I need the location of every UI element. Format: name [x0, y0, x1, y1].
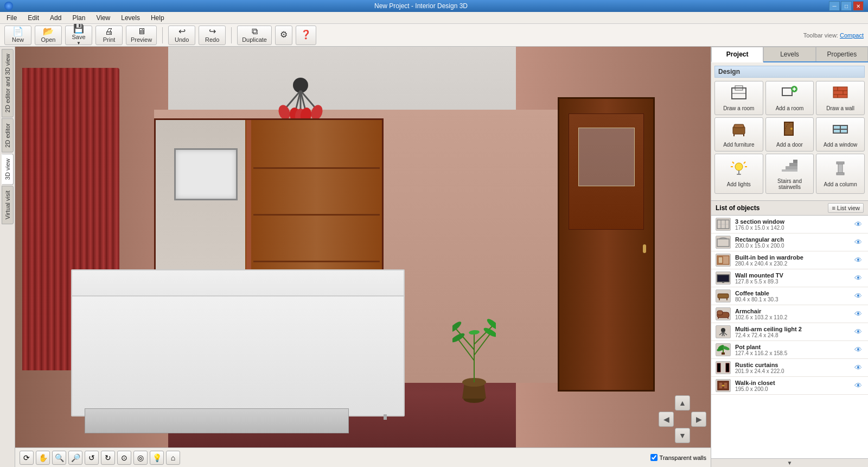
- object-item-obj7[interactable]: Multi-arm ceiling light 2 72.4 x 72.4 x …: [711, 323, 868, 341]
- toolbar-save-button[interactable]: 💾Save▼: [65, 26, 92, 45]
- object-visibility-obj8[interactable]: 👁: [853, 344, 864, 355]
- toolbar-undo-button[interactable]: ↩Undo: [168, 26, 195, 45]
- close-button[interactable]: ✕: [853, 1, 864, 11]
- minimize-button[interactable]: ─: [829, 1, 840, 11]
- object-item-obj5[interactable]: Coffee table 80.4 x 80.1 x 30.3 👁: [711, 287, 868, 305]
- view-tab-2d-3d[interactable]: 2D editor and 3D view: [2, 49, 14, 117]
- object-item-obj3[interactable]: Built-in bed in wardrobe 280.4 x 240.4 x…: [711, 251, 868, 269]
- viewport-360-button[interactable]: ⟳: [20, 451, 34, 465]
- viewport-rotate-right-button[interactable]: ↻: [101, 451, 115, 465]
- object-item-obj8[interactable]: Pot plant 127.4 x 116.2 x 158.5 👁: [711, 341, 868, 359]
- window-controls: ─ □ ✕: [829, 1, 864, 11]
- redo-label: Redo: [205, 36, 219, 43]
- viewport-zoom-in-button[interactable]: 🔎: [68, 451, 82, 465]
- design-add-door-button[interactable]: Add a door: [765, 117, 814, 152]
- nav-up-button[interactable]: ▲: [675, 395, 690, 411]
- object-icon-obj10: [716, 379, 731, 392]
- object-item-obj6[interactable]: Armchair 102.6 x 103.2 x 110.2 👁: [711, 305, 868, 323]
- object-item-obj9[interactable]: Rustic curtains 201.9 x 24.4 x 222.0 👁: [711, 359, 868, 377]
- nav-left-button[interactable]: ◀: [659, 412, 674, 427]
- object-visibility-obj10[interactable]: 👁: [853, 380, 864, 391]
- toolbar-duplicate-button[interactable]: ⧉Duplicate: [237, 26, 272, 45]
- design-add-lights-button[interactable]: Add lights: [714, 154, 763, 194]
- duplicate-icon: ⧉: [252, 27, 258, 36]
- toolbar-print-button[interactable]: 🖨Print: [95, 26, 123, 45]
- object-item-obj4[interactable]: Wall mounted TV 127.8 x 5.5 x 89.3 👁: [711, 269, 868, 287]
- menu-item-edit[interactable]: Edit: [23, 13, 43, 23]
- print-label: Print: [103, 36, 116, 43]
- design-draw-room-button[interactable]: Draw a room: [714, 81, 763, 115]
- toolbar-view-mode[interactable]: Compact: [840, 32, 864, 39]
- panel-tab-levels[interactable]: Levels: [763, 47, 815, 61]
- list-view-button[interactable]: ≡ List view: [828, 203, 864, 213]
- toolbar-open-button[interactable]: 📂Open: [35, 26, 62, 45]
- objects-scroll-area[interactable]: 3 section window 176.0 x 15.0 x 142.0 👁 …: [711, 216, 868, 458]
- view-tab-2d[interactable]: 2D editor: [2, 118, 14, 153]
- object-visibility-obj4[interactable]: 👁: [853, 273, 864, 283]
- nav-down-button[interactable]: ▼: [675, 428, 690, 443]
- svg-rect-56: [838, 163, 843, 174]
- object-visibility-obj1[interactable]: 👁: [853, 219, 864, 230]
- toolbar-preview-button[interactable]: 🖥Preview: [126, 26, 157, 45]
- viewport-pan-button[interactable]: ✋: [36, 451, 50, 465]
- toolbar-settings-button[interactable]: ⚙: [275, 26, 292, 45]
- toolbar-new-button[interactable]: 📄New: [4, 26, 31, 45]
- viewport-3d[interactable]: ▲ ◀ ▶ ▼ ⟳✋🔍🔎↺↻⊙◎💡⌂Transparent walls: [15, 47, 711, 467]
- save-icon: 💾: [73, 24, 84, 33]
- design-add-room-button[interactable]: Add a room: [765, 81, 814, 115]
- nav-right-button[interactable]: ▶: [691, 412, 706, 427]
- object-name-obj4: Wall mounted TV: [735, 272, 848, 279]
- object-name-obj2: Rectangular arch: [735, 236, 848, 243]
- nav-empty-tr: [691, 395, 706, 411]
- object-visibility-obj3[interactable]: 👁: [853, 255, 864, 266]
- object-item-obj1[interactable]: 3 section window 176.0 x 15.0 x 142.0 👁: [711, 216, 868, 234]
- menu-item-view[interactable]: View: [92, 13, 114, 23]
- menu-item-help[interactable]: Help: [146, 13, 169, 23]
- svg-rect-47: [737, 174, 741, 175]
- view-tabs-panel: 2D editor and 3D view2D editor3D viewVir…: [0, 47, 15, 467]
- object-item-obj10[interactable]: Walk-in closet 195.0 x 200.0 👁: [711, 377, 868, 395]
- toolbar-redo-button[interactable]: ↪Redo: [199, 26, 226, 45]
- view-tab-virtual[interactable]: Virtual visit: [2, 186, 14, 224]
- add-window-label: Add a window: [824, 142, 857, 148]
- svg-rect-26: [782, 88, 792, 96]
- navigation-arrows: ▲ ◀ ▶ ▼: [659, 395, 706, 443]
- viewport-orbit2-button[interactable]: ◎: [133, 451, 148, 465]
- view-tab-3d[interactable]: 3D view: [2, 154, 14, 185]
- object-visibility-obj7[interactable]: 👁: [853, 326, 864, 337]
- viewport-rotate-left-button[interactable]: ↺: [85, 451, 99, 465]
- menu-item-file[interactable]: File: [2, 13, 21, 23]
- panel-tab-project[interactable]: Project: [711, 47, 763, 62]
- maximize-button[interactable]: □: [841, 1, 852, 11]
- panel-tab-properties[interactable]: Properties: [816, 47, 868, 61]
- object-visibility-obj6[interactable]: 👁: [853, 308, 864, 319]
- menu-item-levels[interactable]: Levels: [117, 13, 144, 23]
- design-draw-wall-button[interactable]: Draw a wall: [816, 81, 865, 115]
- object-dims-obj3: 280.4 x 240.4 x 230.2: [735, 261, 848, 267]
- object-item-obj2[interactable]: Rectangular arch 200.0 x 15.0 x 200.0 👁: [711, 234, 868, 251]
- viewport-orbit-button[interactable]: ⊙: [117, 451, 131, 465]
- viewport-home-button[interactable]: ⌂: [166, 451, 180, 465]
- object-visibility-obj5[interactable]: 👁: [853, 291, 864, 301]
- room-render: [15, 47, 711, 467]
- transparent-walls-checkbox[interactable]: [650, 454, 658, 461]
- preview-label: Preview: [131, 36, 152, 43]
- object-info-obj9: Rustic curtains 201.9 x 24.4 x 222.0: [735, 362, 848, 374]
- design-stairs-button[interactable]: Stairs and stairwells: [765, 154, 814, 194]
- design-add-furniture-button[interactable]: Add furniture: [714, 117, 763, 152]
- viewport-zoom-out-button[interactable]: 🔍: [52, 451, 66, 465]
- new-label: New: [12, 36, 24, 43]
- design-add-column-button[interactable]: Add a column: [816, 154, 865, 194]
- object-visibility-obj2[interactable]: 👁: [853, 237, 864, 248]
- stairs-icon: [781, 157, 797, 176]
- objects-list-title: List of objects: [716, 204, 760, 212]
- toolbar-help-button[interactable]: ❓: [296, 26, 316, 45]
- viewport-light-button[interactable]: 💡: [150, 451, 164, 465]
- object-visibility-obj9[interactable]: 👁: [853, 362, 864, 373]
- design-buttons-grid: Draw a roomAdd a roomDraw a wallAdd furn…: [714, 81, 865, 194]
- svg-rect-85: [717, 363, 720, 372]
- menu-item-plan[interactable]: Plan: [68, 13, 90, 23]
- menu-item-add[interactable]: Add: [46, 13, 66, 23]
- design-add-window-button[interactable]: Add a window: [816, 117, 865, 152]
- scroll-down-button[interactable]: ▼: [711, 458, 868, 467]
